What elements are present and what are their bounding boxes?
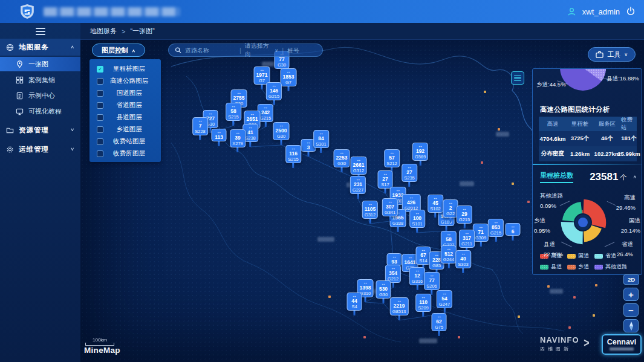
milestone-marker-S209[interactable]: ↔110S209 bbox=[415, 294, 431, 317]
legend-item-乡道[interactable]: 乡道 bbox=[567, 263, 589, 271]
legend-item-省道[interactable]: 省道 bbox=[594, 252, 616, 260]
zoom-in-button[interactable]: + bbox=[623, 288, 639, 301]
layer-row-高速公路图层[interactable]: 高速公路图层 bbox=[89, 75, 161, 87]
legend-item-国道[interactable]: 国道 bbox=[567, 252, 589, 260]
checkbox-unchecked[interactable] bbox=[97, 126, 103, 133]
marker-number: 29 bbox=[461, 211, 467, 217]
milestone-marker-S4[interactable]: ↔44S4 bbox=[347, 293, 362, 315]
stats-panel-toggle[interactable] bbox=[511, 71, 524, 85]
milestone-marker-S228[interactable]: ↔7S228 bbox=[192, 117, 208, 140]
layer-control-toggle[interactable]: 图层控制 ∧ bbox=[92, 44, 145, 57]
map-canvas[interactable]: ↔77G30↔1971G7↔1853G7↔146G215↔2755G30↔58S… bbox=[80, 40, 644, 362]
milestone-marker-G309[interactable]: ↔71G309 bbox=[473, 224, 489, 247]
demo-doc-icon bbox=[16, 92, 24, 100]
milestone-marker-G341[interactable]: ↔307G341 bbox=[382, 198, 398, 221]
zoom-out-button[interactable]: − bbox=[623, 303, 639, 317]
milestone-marker-X279[interactable]: ↔39X279 bbox=[230, 129, 246, 152]
two-way-arrow-icon: ↔ bbox=[397, 299, 402, 303]
milestone-marker-G7[interactable]: ↔1853G7 bbox=[281, 68, 297, 91]
layer-row-省道图层[interactable]: 省道图层 bbox=[89, 99, 161, 111]
breadcrumb-item[interactable]: 地图服务 bbox=[90, 27, 117, 36]
milestone-marker-G8513[interactable]: ↔2219G8513 bbox=[390, 297, 409, 320]
city-label-redacted bbox=[317, 237, 334, 242]
milestone-marker-S215[interactable]: ↔58S215 bbox=[226, 103, 241, 126]
cases-grid-icon bbox=[16, 76, 24, 84]
two-way-arrow-icon: ↔ bbox=[434, 253, 439, 257]
marker-road-code: G312 bbox=[365, 212, 376, 218]
one-map-icon bbox=[16, 60, 24, 68]
marker-stem bbox=[293, 163, 294, 168]
sidebar-item-一张图[interactable]: 一张图 bbox=[0, 57, 80, 71]
layer-row-县道图层[interactable]: 县道图层 bbox=[89, 111, 161, 123]
stats-cell: 3725个 bbox=[567, 131, 593, 146]
milestone-marker-G215[interactable]: ↔29G215 bbox=[457, 205, 472, 228]
marker-number: 1971 bbox=[256, 72, 268, 78]
layer-row-乡道图层[interactable]: 乡道图层 bbox=[89, 123, 161, 135]
cennavi-logo[interactable]: Cennavi bbox=[602, 334, 642, 355]
milestone-marker-G75[interactable]: ↔62G75 bbox=[432, 313, 447, 336]
sidebar-group-运维管理[interactable]: 运维管理∨ bbox=[0, 141, 80, 157]
checkbox-unchecked[interactable] bbox=[97, 114, 103, 121]
checkbox-unchecked[interactable] bbox=[97, 150, 103, 157]
username-label[interactable]: xwt_admin bbox=[582, 7, 620, 16]
marker-stem bbox=[357, 194, 359, 199]
marker-road-code: S101 bbox=[412, 221, 423, 227]
checkbox-unchecked[interactable] bbox=[97, 78, 103, 85]
layer-row-收费站图层[interactable]: 收费站图层 bbox=[89, 135, 161, 147]
milestone-marker-113[interactable]: ↔113 bbox=[212, 129, 227, 146]
direction-select[interactable]: 请选择方向 ∨ bbox=[245, 42, 278, 59]
two-way-arrow-icon: ↔ bbox=[462, 207, 467, 211]
milestone-marker-G30[interactable]: ↔530G30 bbox=[376, 280, 391, 303]
milestone-marker-G316[interactable]: ↔12G316 bbox=[409, 267, 425, 290]
milestone-marker-G227[interactable]: ↔231G227 bbox=[350, 176, 366, 199]
checkbox-unchecked[interactable] bbox=[97, 102, 103, 109]
checkbox-unchecked[interactable] bbox=[97, 90, 103, 97]
map-mode-2d-button[interactable]: 2D bbox=[623, 274, 639, 285]
layer-row-里程桩图层[interactable]: ✓里程桩图层 bbox=[89, 63, 161, 75]
milestone-marker-G211[interactable]: ↔317G211 bbox=[459, 230, 475, 253]
milestone-marker-G215[interactable]: ↔146G215 bbox=[266, 82, 282, 105]
milestone-marker-G312[interactable]: ↔1105G312 bbox=[362, 201, 378, 224]
legend-item-县道[interactable]: 县道 bbox=[540, 263, 562, 271]
milestone-marker-G569[interactable]: ↔192G569 bbox=[412, 143, 428, 166]
marker-stem bbox=[264, 122, 266, 127]
tools-button[interactable]: 工具 ∨ bbox=[588, 47, 636, 62]
logout-button[interactable] bbox=[626, 7, 636, 16]
stake-number-input[interactable] bbox=[287, 47, 316, 54]
collapse-caret-icon[interactable]: ∧ bbox=[633, 175, 637, 179]
legend-item-其他道路[interactable]: 其他道路 bbox=[594, 263, 627, 271]
sidebar-group-资源管理[interactable]: 资源管理∨ bbox=[0, 122, 80, 138]
checkbox-checked[interactable]: ✓ bbox=[97, 66, 103, 73]
road-name-input[interactable] bbox=[185, 47, 236, 54]
milestone-marker-S301[interactable]: ↔84S301 bbox=[313, 130, 329, 153]
milestone-marker-G244[interactable]: ↔512G244 bbox=[441, 245, 457, 268]
milestone-marker-S235[interactable]: ↔27S235 bbox=[402, 164, 417, 187]
milestone-marker-S101[interactable]: ↔100S101 bbox=[409, 210, 425, 233]
sidebar-item-可视化教程[interactable]: 可视化教程 bbox=[0, 104, 80, 118]
two-way-arrow-icon: ↔ bbox=[421, 295, 426, 299]
layer-row-客运站图层[interactable]: 客运站图层 bbox=[89, 160, 161, 162]
marker-box: ↔6 bbox=[506, 223, 521, 236]
milestone-marker-6[interactable]: ↔6 bbox=[506, 223, 521, 241]
layer-row-收费所图层[interactable]: 收费所图层 bbox=[89, 147, 161, 160]
marker-road-code: G215 bbox=[459, 217, 470, 222]
milestone-marker-G30[interactable]: ↔2253G30 bbox=[334, 149, 350, 172]
layer-row-国道图层[interactable]: 国道图层 bbox=[89, 87, 161, 99]
milestone-marker-S303[interactable]: ↔40S303 bbox=[455, 250, 471, 273]
milestone-marker-S215[interactable]: ↔116S215 bbox=[285, 145, 301, 168]
locate-button[interactable] bbox=[623, 319, 639, 332]
checkbox-unchecked[interactable] bbox=[97, 138, 103, 145]
milestone-marker-S102[interactable]: ↔45S102 bbox=[428, 195, 443, 218]
sidebar-item-案例集锦[interactable]: 案例集锦 bbox=[0, 73, 80, 87]
milestone-marker-S212[interactable]: ↔57S212 bbox=[384, 149, 400, 172]
marker-road-code: S238 bbox=[245, 135, 256, 141]
milestone-marker-G30[interactable]: ↔2500G30 bbox=[273, 122, 290, 145]
milestone-marker-G215[interactable]: ↔853G215 bbox=[488, 219, 504, 242]
two-way-arrow-icon: ↔ bbox=[415, 268, 420, 273]
sidebar-item-示例中心[interactable]: 示例中心 bbox=[0, 88, 80, 103]
milestone-marker-G22[interactable]: ↔2G22 bbox=[443, 199, 458, 222]
milestone-marker-G247[interactable]: ↔54G247 bbox=[437, 290, 452, 313]
sidebar-collapse-icon[interactable] bbox=[36, 28, 45, 35]
sidebar-group-地图服务[interactable]: 地图服务∧ bbox=[0, 39, 80, 56]
two-way-arrow-icon: ↔ bbox=[383, 172, 388, 176]
